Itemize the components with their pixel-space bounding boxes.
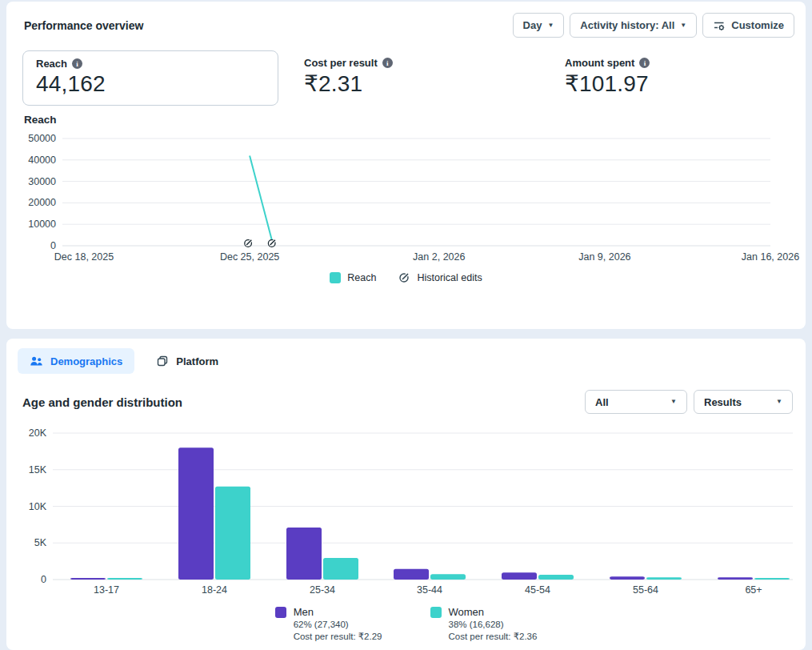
tab-demographics[interactable]: Demographics bbox=[18, 348, 134, 374]
men-legend-label: Men bbox=[294, 606, 382, 618]
y-tick-label: 10K bbox=[29, 501, 47, 512]
age-gender-legend: Men 62% (27,340) Cost per result: ₹2.29 … bbox=[6, 606, 806, 642]
bar-women-65+ bbox=[754, 578, 790, 580]
historical-edits-legend-label: Historical edits bbox=[417, 272, 482, 283]
y-tick-label: 20000 bbox=[28, 197, 56, 208]
y-tick-label: 20K bbox=[29, 427, 47, 439]
men-share: 62% (27,340) bbox=[294, 620, 382, 629]
women-legend-swatch bbox=[430, 607, 442, 618]
activity-history-dropdown[interactable]: Activity history: All ▼ bbox=[570, 13, 697, 38]
bar-men-13-17 bbox=[70, 578, 106, 580]
women-cost-per-result: Cost per result: ₹2.36 bbox=[449, 631, 538, 642]
historical-edit-icon bbox=[398, 271, 410, 283]
x-category-label: 65+ bbox=[745, 584, 762, 596]
bar-women-35-44 bbox=[430, 574, 466, 580]
metric-card-amount-spent[interactable]: Amount spent i ₹101.97 bbox=[552, 50, 662, 105]
y-tick-label: 5K bbox=[34, 537, 47, 548]
metric-label: Amount spent bbox=[565, 57, 634, 69]
performance-header: Performance overview Day ▼ Activity hist… bbox=[6, 2, 806, 38]
metric-filter-label: Results bbox=[704, 396, 742, 408]
reach-legend-label: Reach bbox=[347, 272, 376, 283]
bar-women-55-64 bbox=[646, 577, 682, 580]
bar-women-18-24 bbox=[215, 487, 250, 580]
x-tick-label: Jan 16, 2026 bbox=[742, 251, 799, 263]
x-category-label: 25-34 bbox=[310, 584, 335, 596]
bar-men-45-54 bbox=[502, 572, 537, 580]
day-granularity-label: Day bbox=[523, 19, 542, 31]
activity-history-label: Activity history: All bbox=[580, 19, 674, 31]
x-tick-label: Jan 9, 2026 bbox=[578, 251, 630, 263]
y-tick-label: 15K bbox=[29, 464, 47, 475]
age-gender-bar-chart: 05K10K15K20K13-1718-2425-3435-4445-5455-… bbox=[13, 422, 806, 603]
people-icon bbox=[30, 355, 43, 367]
x-category-label: 45-54 bbox=[525, 584, 550, 596]
customize-label: Customize bbox=[731, 19, 784, 31]
chevron-down-icon: ▼ bbox=[670, 399, 677, 405]
historical-edit-marker[interactable] bbox=[268, 240, 275, 247]
bar-men-25-34 bbox=[286, 528, 322, 580]
y-tick-label: 0 bbox=[50, 240, 56, 251]
women-share: 38% (16,628) bbox=[449, 620, 538, 629]
bar-women-25-34 bbox=[323, 558, 358, 580]
metric-value: ₹101.97 bbox=[565, 70, 650, 97]
metric-value: 44,162 bbox=[36, 71, 265, 97]
demographics-header: Age and gender distribution All ▼ Result… bbox=[6, 374, 806, 414]
x-category-label: 55-64 bbox=[633, 584, 658, 596]
x-tick-label: Dec 25, 2025 bbox=[220, 251, 279, 263]
y-tick-label: 30000 bbox=[28, 176, 56, 187]
demographics-panel: Demographics Platform Age and gender dis… bbox=[6, 339, 806, 650]
day-granularity-dropdown[interactable]: Day ▼ bbox=[513, 13, 565, 38]
performance-controls: Day ▼ Activity history: All ▼ bbox=[513, 13, 794, 38]
metric-card-cost-per-result[interactable]: Cost per result i ₹2.31 bbox=[291, 50, 539, 105]
info-icon[interactable]: i bbox=[639, 58, 650, 68]
historical-edit-marker[interactable] bbox=[245, 240, 252, 247]
men-cost-per-result: Cost per result: ₹2.29 bbox=[294, 631, 382, 642]
women-legend-label: Women bbox=[449, 606, 538, 618]
overlapping-squares-icon bbox=[156, 355, 169, 367]
performance-overview-panel: Performance overview Day ▼ Activity hist… bbox=[6, 2, 806, 329]
metrics-row: Reach i 44,162 Cost per result i ₹2.31 A… bbox=[6, 38, 806, 106]
metric-value: ₹2.31 bbox=[304, 70, 526, 97]
tab-platform-label: Platform bbox=[176, 355, 218, 367]
bar-men-35-44 bbox=[394, 569, 429, 580]
x-tick-label: Jan 2, 2026 bbox=[413, 251, 465, 263]
metric-label: Cost per result bbox=[304, 57, 378, 69]
x-tick-label: Dec 18, 2025 bbox=[54, 251, 114, 263]
tab-demographics-label: Demographics bbox=[50, 355, 122, 367]
men-legend-swatch bbox=[275, 607, 286, 618]
breakdown-filter-dropdown[interactable]: All ▼ bbox=[585, 390, 687, 414]
info-icon[interactable]: i bbox=[382, 58, 393, 68]
age-gender-heading: Age and gender distribution bbox=[22, 395, 182, 409]
legend-item-historical-edits: Historical edits bbox=[398, 271, 482, 283]
legend-item-reach: Reach bbox=[330, 272, 376, 283]
chevron-down-icon: ▼ bbox=[547, 22, 554, 29]
reach-chart-legend: Reach Historical edits bbox=[6, 271, 806, 283]
bar-women-45-54 bbox=[538, 575, 574, 580]
chevron-down-icon: ▼ bbox=[680, 22, 686, 29]
legend-item-women: Women 38% (16,628) Cost per result: ₹2.3… bbox=[430, 606, 538, 642]
breakdown-filter-label: All bbox=[595, 396, 609, 408]
tab-platform[interactable]: Platform bbox=[144, 348, 230, 374]
reach-line-series bbox=[250, 155, 274, 246]
customize-button[interactable]: Customize bbox=[702, 13, 794, 38]
y-tick-label: 40000 bbox=[28, 154, 56, 166]
y-tick-label: 10000 bbox=[28, 219, 56, 230]
performance-title: Performance overview bbox=[24, 19, 143, 32]
breakdown-tabs: Demographics Platform bbox=[6, 339, 806, 374]
reach-chart-title: Reach bbox=[24, 114, 806, 126]
metric-card-reach[interactable]: Reach i 44,162 bbox=[22, 50, 278, 106]
x-category-label: 35-44 bbox=[417, 584, 442, 596]
metric-label: Reach bbox=[36, 58, 67, 70]
info-icon[interactable]: i bbox=[72, 58, 82, 69]
customize-sliders-icon bbox=[713, 19, 726, 32]
x-category-label: 13-17 bbox=[94, 584, 119, 596]
y-tick-label: 50000 bbox=[28, 133, 56, 144]
reach-legend-swatch bbox=[330, 272, 341, 283]
bar-men-18-24 bbox=[178, 447, 214, 580]
chevron-down-icon: ▼ bbox=[776, 399, 782, 405]
bar-women-13-17 bbox=[107, 578, 142, 580]
bar-men-65+ bbox=[718, 577, 753, 580]
reach-line-chart: 50000400003000020000100000Dec 18, 2025De… bbox=[16, 129, 806, 270]
metric-filter-dropdown[interactable]: Results ▼ bbox=[694, 390, 793, 414]
y-tick-label: 0 bbox=[41, 574, 46, 585]
